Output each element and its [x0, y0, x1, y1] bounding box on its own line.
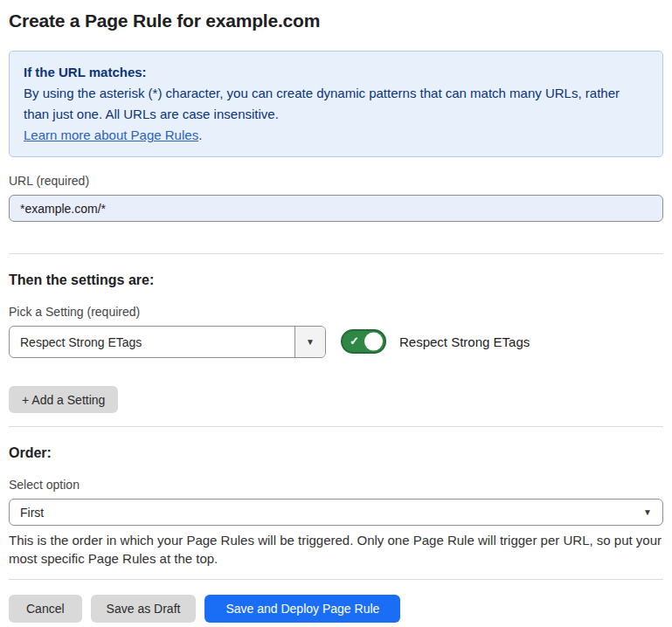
info-box-heading: If the URL matches:	[24, 62, 648, 83]
divider-url-settings	[9, 253, 663, 254]
order-select-label: Select option	[9, 478, 663, 492]
setting-picker-label: Pick a Setting (required)	[9, 305, 663, 319]
page-title: Create a Page Rule for example.com	[9, 10, 663, 31]
toggle-knob	[364, 333, 383, 351]
etag-toggle-label: Respect Strong ETags	[399, 334, 530, 349]
save-as-draft-button[interactable]: Save as Draft	[91, 595, 197, 623]
add-setting-button[interactable]: + Add a Setting	[9, 386, 118, 413]
etag-toggle-group: ✓ Respect Strong ETags	[341, 329, 530, 354]
chevron-down-icon: ▼	[643, 507, 652, 517]
setting-dropdown-value: Respect Strong ETags	[10, 327, 294, 357]
etag-toggle[interactable]: ✓	[341, 329, 386, 354]
url-field-label: URL (required)	[9, 174, 663, 188]
link-suffix: .	[198, 127, 202, 142]
divider-settings-order	[9, 426, 663, 427]
cancel-button[interactable]: Cancel	[9, 595, 82, 623]
setting-row: Respect Strong ETags ▼ ✓ Respect Strong …	[9, 326, 663, 358]
divider-order-footer	[9, 579, 663, 580]
order-help-text: This is the order in which your Page Rul…	[9, 531, 663, 568]
info-box-link-line: Learn more about Page Rules.	[24, 125, 648, 146]
check-icon: ✓	[350, 335, 359, 347]
page-rule-form: Create a Page Rule for example.com If th…	[0, 0, 672, 623]
url-match-info-box: If the URL matches: By using the asteris…	[9, 51, 663, 157]
order-section-heading: Order:	[9, 445, 663, 461]
url-input[interactable]	[9, 195, 663, 222]
info-box-body: By using the asterisk (*) character, you…	[24, 83, 648, 125]
order-select[interactable]: First ▼	[9, 499, 663, 526]
setting-dropdown[interactable]: Respect Strong ETags ▼	[9, 326, 326, 358]
save-and-deploy-button[interactable]: Save and Deploy Page Rule	[204, 595, 400, 623]
chevron-down-icon: ▼	[306, 337, 315, 347]
learn-more-link[interactable]: Learn more about Page Rules	[24, 127, 198, 142]
order-select-value: First	[20, 506, 643, 520]
footer-actions: Cancel Save as Draft Save and Deploy Pag…	[9, 595, 663, 623]
settings-section-heading: Then the settings are:	[9, 272, 663, 288]
setting-dropdown-arrow-segment[interactable]: ▼	[294, 327, 325, 357]
